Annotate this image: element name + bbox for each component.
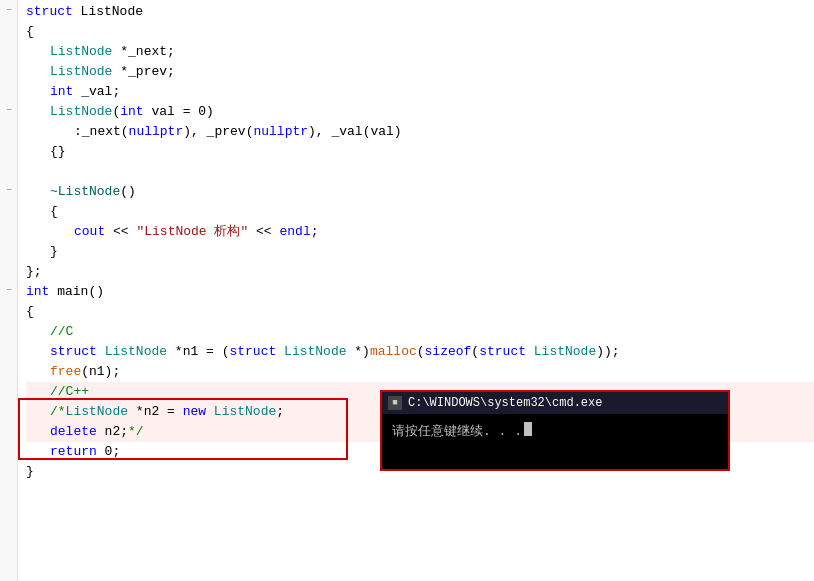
fold-19 (0, 360, 18, 380)
line-comment-c: //C (26, 322, 814, 342)
fold-24 (0, 460, 18, 480)
editor-area: − − − − struct ListNode (0, 0, 814, 581)
fold-29 (0, 560, 18, 580)
fold-3 (0, 40, 18, 60)
cmd-title: C:\WINDOWS\system32\cmd.exe (408, 396, 602, 410)
fold-11 (0, 200, 18, 220)
cmd-content: 请按任意键继续. . . (382, 414, 728, 469)
kw-struct: struct (26, 2, 81, 22)
line-member-val: int _val; (26, 82, 814, 102)
line-brace-open: { (26, 22, 814, 42)
line-empty-sep (26, 162, 814, 182)
cmd-window[interactable]: ■ C:\WINDOWS\system32\cmd.exe 请按任意键继续. .… (380, 390, 730, 471)
fold-26 (0, 500, 18, 520)
line-main-sig: int main() (26, 282, 814, 302)
fold-12 (0, 220, 18, 240)
line-destructor-open: { (26, 202, 814, 222)
line-destructor-sig: ~ListNode() (26, 182, 814, 202)
fold-17 (0, 320, 18, 340)
fold-9 (0, 160, 18, 180)
fold-1[interactable]: − (0, 0, 18, 20)
fold-10[interactable]: − (0, 180, 18, 200)
line-free-n1: free(n1); (26, 362, 814, 382)
fold-16 (0, 300, 18, 320)
fold-22 (0, 420, 18, 440)
line-constructor-init: :_next(nullptr), _prev(nullptr), _val(va… (26, 122, 814, 142)
cmd-titlebar: ■ C:\WINDOWS\system32\cmd.exe (382, 392, 728, 414)
fold-28 (0, 540, 18, 560)
fold-5 (0, 80, 18, 100)
cmd-text: 请按任意键继续. . . (392, 422, 522, 440)
fold-13 (0, 240, 18, 260)
fold-2 (0, 20, 18, 40)
line-constructor-body: {} (26, 142, 814, 162)
cmd-cursor (524, 422, 532, 436)
type-listnode: ListNode (81, 2, 143, 22)
fold-15[interactable]: − (0, 280, 18, 300)
fold-4 (0, 60, 18, 80)
line-member-next: ListNode *_next; (26, 42, 814, 62)
line-cout: cout << "ListNode 析构" << endl; (26, 222, 814, 242)
line-struct-n1: struct ListNode *n1 = (struct ListNode *… (26, 342, 814, 362)
fold-27 (0, 520, 18, 540)
line-member-prev: ListNode *_prev; (26, 62, 814, 82)
line-struct-listnode: struct ListNode (26, 2, 814, 22)
fold-7 (0, 120, 18, 140)
fold-14 (0, 260, 18, 280)
fold-6[interactable]: − (0, 100, 18, 120)
fold-25 (0, 480, 18, 500)
line-struct-close: }; (26, 262, 814, 282)
fold-8 (0, 140, 18, 160)
gutter: − − − − (0, 0, 18, 581)
line-main-open: { (26, 302, 814, 322)
fold-20 (0, 380, 18, 400)
fold-18 (0, 340, 18, 360)
fold-21 (0, 400, 18, 420)
cmd-icon: ■ (388, 396, 402, 410)
line-destructor-close: } (26, 242, 814, 262)
line-constructor-sig: ListNode(int val = 0) (26, 102, 814, 122)
fold-23 (0, 440, 18, 460)
code-container: struct ListNode { ListNode *_next; ListN… (18, 0, 814, 581)
